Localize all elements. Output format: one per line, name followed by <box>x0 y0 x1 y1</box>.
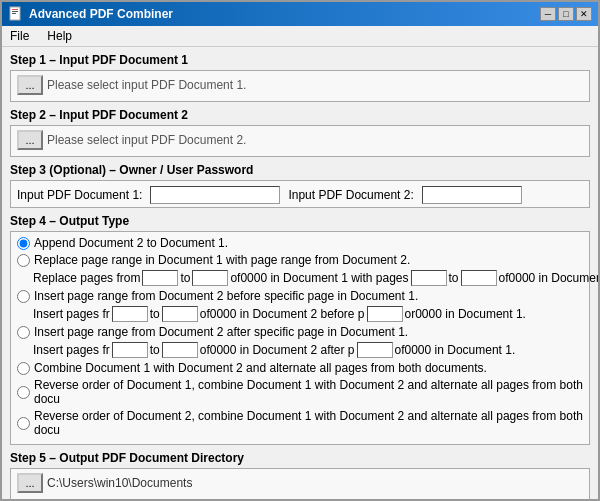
step5-header: Step 5 – Output PDF Document Directory <box>10 451 590 465</box>
replace-of0000-2: of0000 in Document 2. <box>499 271 598 285</box>
option7-row: Reverse order of Document 2, combine Doc… <box>17 409 583 437</box>
insert-after-of0000-2: of0000 in Document 1. <box>395 343 516 357</box>
title-bar: Advanced PDF Combiner ─ □ ✕ <box>2 2 598 26</box>
svg-rect-1 <box>12 9 18 10</box>
insert-after-of0000: of0000 in Document 2 after p <box>200 343 355 357</box>
replace-from-label: Replace pages from <box>33 271 140 285</box>
step1-section: Step 1 – Input PDF Document 1 ... Please… <box>10 53 590 102</box>
step3-header: Step 3 (Optional) – Owner / User Passwor… <box>10 163 590 177</box>
option7-radio[interactable] <box>17 417 30 430</box>
doc1-password-label: Input PDF Document 1: <box>17 188 142 202</box>
replace-from-input[interactable] <box>142 270 178 286</box>
insert-after-from-input[interactable] <box>112 342 148 358</box>
option3-row: Insert page range from Document 2 before… <box>17 289 583 303</box>
replace-of0000-1: of0000 in Document 1 with pages <box>230 271 408 285</box>
insert-before-pre-label: Insert pages fr <box>33 307 110 321</box>
insert-before-of0000: of0000 in Document 2 before p <box>200 307 365 321</box>
insert-before-to-label: to <box>150 307 160 321</box>
minimize-button[interactable]: ─ <box>540 7 556 21</box>
insert-after-to-label: to <box>150 343 160 357</box>
option1-radio[interactable] <box>17 237 30 250</box>
doc2-password-label: Input PDF Document 2: <box>288 188 413 202</box>
title-bar-left: Advanced PDF Combiner <box>8 6 173 22</box>
step2-row: ... Please select input PDF Document 2. <box>17 130 583 150</box>
option6-label: Reverse order of Document 1, combine Doc… <box>34 378 583 406</box>
step4-section: Step 4 – Output Type Append Document 2 t… <box>10 214 590 445</box>
option2-row: Replace page range in Document 1 with pa… <box>17 253 583 267</box>
option5-row: Combine Document 1 with Document 2 and a… <box>17 361 583 375</box>
replace-to2-label: to <box>449 271 459 285</box>
option3-radio[interactable] <box>17 290 30 303</box>
insert-before-from-input[interactable] <box>112 306 148 322</box>
menu-bar: File Help <box>2 26 598 47</box>
step3-box: Input PDF Document 1: Input PDF Document… <box>10 180 590 208</box>
step4-header: Step 4 – Output Type <box>10 214 590 228</box>
step2-box: ... Please select input PDF Document 2. <box>10 125 590 157</box>
option1-row: Append Document 2 to Document 1. <box>17 236 583 250</box>
insert-after-to-input[interactable] <box>162 342 198 358</box>
content-area: Step 1 – Input PDF Document 1 ... Please… <box>2 47 598 499</box>
insert-after-pre-label: Insert pages fr <box>33 343 110 357</box>
replace-to-label: to <box>180 271 190 285</box>
step2-browse-button[interactable]: ... <box>17 130 43 150</box>
replace-to-input[interactable] <box>192 270 228 286</box>
maximize-button[interactable]: □ <box>558 7 574 21</box>
insert-after-sub-row: Insert pages fr to of0000 in Document 2 … <box>33 342 583 358</box>
main-window: Advanced PDF Combiner ─ □ ✕ File Help St… <box>0 0 600 501</box>
option5-label: Combine Document 1 with Document 2 and a… <box>34 361 487 375</box>
step3-section: Step 3 (Optional) – Owner / User Passwor… <box>10 163 590 208</box>
step5-row: ... C:\Users\win10\Documents <box>17 473 583 493</box>
doc1-password-input[interactable] <box>150 186 280 204</box>
replace-pages-to-input[interactable] <box>461 270 497 286</box>
option3-label: Insert page range from Document 2 before… <box>34 289 418 303</box>
svg-rect-3 <box>12 13 16 14</box>
option2-radio[interactable] <box>17 254 30 267</box>
app-icon <box>8 6 24 22</box>
insert-before-sub-row: Insert pages fr to of0000 in Document 2 … <box>33 306 583 322</box>
option4-label: Insert page range from Document 2 after … <box>34 325 408 339</box>
step1-browse-button[interactable]: ... <box>17 75 43 95</box>
window-title: Advanced PDF Combiner <box>29 7 173 21</box>
password-row: Input PDF Document 1: Input PDF Document… <box>17 186 583 204</box>
step2-path-label: Please select input PDF Document 2. <box>47 133 246 147</box>
step4-box: Append Document 2 to Document 1. Replace… <box>10 231 590 445</box>
step1-path-label: Please select input PDF Document 1. <box>47 78 246 92</box>
step5-path-label: C:\Users\win10\Documents <box>47 476 192 490</box>
replace-sub-row: Replace pages from to of0000 in Document… <box>33 270 583 286</box>
title-controls: ─ □ ✕ <box>540 7 592 21</box>
option5-radio[interactable] <box>17 362 30 375</box>
insert-before-or0000: or0000 in Document 1. <box>405 307 526 321</box>
step2-header: Step 2 – Input PDF Document 2 <box>10 108 590 122</box>
svg-rect-2 <box>12 11 18 12</box>
step2-section: Step 2 – Input PDF Document 2 ... Please… <box>10 108 590 157</box>
option4-row: Insert page range from Document 2 after … <box>17 325 583 339</box>
option4-radio[interactable] <box>17 326 30 339</box>
option6-radio[interactable] <box>17 386 30 399</box>
insert-after-page-input[interactable] <box>357 342 393 358</box>
close-button[interactable]: ✕ <box>576 7 592 21</box>
menu-help[interactable]: Help <box>43 28 76 44</box>
option6-row: Reverse order of Document 1, combine Doc… <box>17 378 583 406</box>
option7-label: Reverse order of Document 2, combine Doc… <box>34 409 583 437</box>
step1-box: ... Please select input PDF Document 1. <box>10 70 590 102</box>
step1-header: Step 1 – Input PDF Document 1 <box>10 53 590 67</box>
option1-label: Append Document 2 to Document 1. <box>34 236 228 250</box>
step5-box: ... C:\Users\win10\Documents <box>10 468 590 499</box>
doc2-password-input[interactable] <box>422 186 522 204</box>
insert-before-page-input[interactable] <box>367 306 403 322</box>
step5-section: Step 5 – Output PDF Document Directory .… <box>10 451 590 499</box>
menu-file[interactable]: File <box>6 28 33 44</box>
replace-pages-from-input[interactable] <box>411 270 447 286</box>
option2-label: Replace page range in Document 1 with pa… <box>34 253 410 267</box>
insert-before-to-input[interactable] <box>162 306 198 322</box>
step1-row: ... Please select input PDF Document 1. <box>17 75 583 95</box>
step5-browse-button[interactable]: ... <box>17 473 43 493</box>
